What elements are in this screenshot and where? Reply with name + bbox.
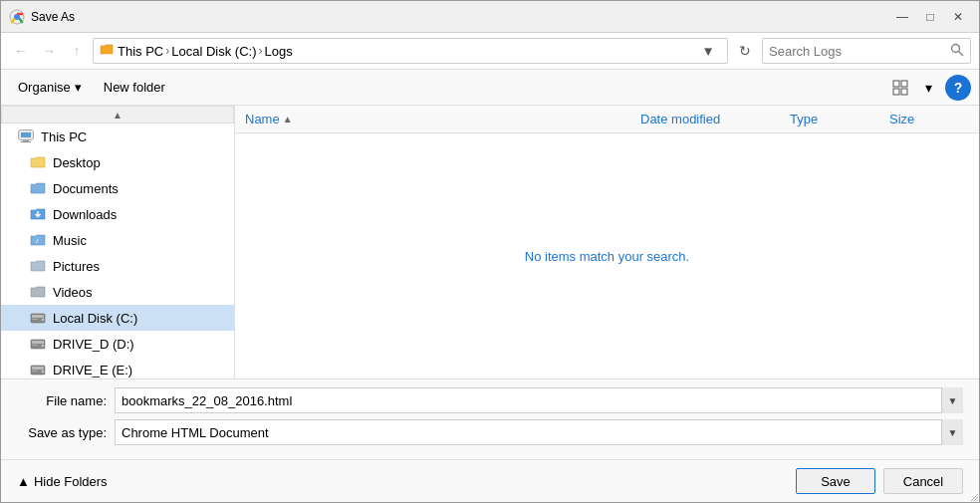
folder-icon-documents <box>29 179 47 197</box>
view-controls: ▾ <box>887 75 941 101</box>
search-box[interactable] <box>762 38 971 64</box>
local-disk-c-icon <box>29 309 47 327</box>
title-bar: Save As — □ ✕ <box>1 1 979 33</box>
svg-line-35 <box>977 500 978 501</box>
organise-label: Organise <box>18 80 71 95</box>
sidebar-item-drive-d[interactable]: DRIVE_D (D:) <box>1 331 234 357</box>
up-button[interactable]: ↑ <box>65 39 89 63</box>
filename-row: File name: ▼ <box>17 387 963 413</box>
sidebar-item-label-pictures: Pictures <box>53 259 100 274</box>
svg-rect-5 <box>901 81 907 87</box>
sidebar-item-label-desktop: Desktop <box>53 155 101 170</box>
sidebar-item-music[interactable]: ♪ Music <box>1 227 234 253</box>
sidebar-item-pictures[interactable]: Pictures <box>1 253 234 279</box>
view-grid-button[interactable] <box>887 75 913 101</box>
back-button[interactable]: ← <box>9 39 33 63</box>
music-icon: ♪ <box>29 231 47 249</box>
file-list-header: Name ▲ Date modified Type Size <box>235 106 979 133</box>
svg-point-20 <box>42 345 45 348</box>
new-folder-button[interactable]: New folder <box>95 76 174 99</box>
folder-icon-downloads <box>29 205 47 223</box>
no-items-message: No items match your search. <box>525 249 689 264</box>
pc-icon <box>17 127 35 145</box>
sidebar-item-drive-e[interactable]: DRIVE_E (E:) <box>1 357 234 378</box>
svg-text:♪: ♪ <box>35 236 39 245</box>
filetype-label: Save as type: <box>17 425 107 440</box>
organise-button[interactable]: Organise ▾ <box>9 76 91 99</box>
dialog-title: Save As <box>31 10 883 24</box>
refresh-button[interactable]: ↻ <box>732 38 758 64</box>
svg-rect-10 <box>21 132 31 137</box>
svg-line-3 <box>959 51 964 56</box>
cancel-button[interactable]: Cancel <box>883 468 963 494</box>
sidebar-item-label-music: Music <box>53 233 87 248</box>
svg-rect-7 <box>901 89 907 95</box>
search-icon <box>950 43 964 60</box>
organise-dropdown-icon: ▾ <box>75 80 82 95</box>
sidebar-scroll-up[interactable]: ▲ <box>1 106 234 124</box>
save-button[interactable]: Save <box>796 468 875 494</box>
new-folder-label: New folder <box>104 80 165 95</box>
path-part-1: Local Disk (C:) <box>171 44 256 59</box>
col-header-date[interactable]: Date modified <box>640 112 790 126</box>
sidebar-item-documents[interactable]: Documents <box>1 175 234 201</box>
filename-dropdown-button[interactable]: ▼ <box>941 387 963 413</box>
col-header-size[interactable]: Size <box>889 112 969 126</box>
chrome-icon <box>9 9 25 25</box>
maximize-button[interactable]: □ <box>917 7 943 27</box>
footer-row: ▲ Hide Folders Save Cancel <box>1 459 979 502</box>
address-bar-row: ← → ↑ This PC › Local Disk (C:) › Logs ▼… <box>1 33 979 70</box>
pictures-icon <box>29 257 47 275</box>
forward-button[interactable]: → <box>37 39 61 63</box>
sidebar-item-label-local-disk-c: Local Disk (C:) <box>53 311 137 326</box>
view-dropdown-button[interactable]: ▾ <box>915 75 941 101</box>
address-folder-icon <box>100 43 114 60</box>
svg-rect-17 <box>32 319 38 320</box>
main-content: ▲ This PC <box>1 106 979 378</box>
minimize-button[interactable]: — <box>889 7 915 27</box>
address-dropdown-button[interactable]: ▼ <box>695 39 721 63</box>
svg-rect-6 <box>893 89 899 95</box>
col-header-name[interactable]: Name ▲ <box>245 112 640 126</box>
close-button[interactable]: ✕ <box>945 7 971 27</box>
svg-rect-23 <box>32 367 44 370</box>
sort-arrow: ▲ <box>283 114 293 125</box>
svg-point-2 <box>952 44 960 52</box>
search-input[interactable] <box>769 44 946 59</box>
filename-label: File name: <box>17 393 107 408</box>
filetype-row: Save as type: ▼ <box>17 419 963 445</box>
sidebar-item-downloads[interactable]: Downloads <box>1 201 234 227</box>
file-list-body: No items match your search. <box>235 133 979 378</box>
filename-input[interactable] <box>115 387 963 413</box>
filetype-input[interactable] <box>115 419 963 445</box>
bottom-section: File name: ▼ Save as type: ▼ <box>1 378 979 459</box>
save-as-dialog: Save As — □ ✕ ← → ↑ This PC › Local Disk… <box>0 0 980 503</box>
svg-rect-25 <box>32 371 38 372</box>
sidebar-item-label-downloads: Downloads <box>53 207 117 222</box>
svg-rect-15 <box>32 315 44 318</box>
svg-rect-19 <box>32 341 44 344</box>
sidebar-item-label-drive-d: DRIVE_D (D:) <box>53 337 134 352</box>
col-header-type[interactable]: Type <box>790 112 889 126</box>
sidebar-item-this-pc[interactable]: This PC <box>1 124 234 149</box>
filetype-dropdown-button[interactable]: ▼ <box>941 419 963 445</box>
sidebar-item-label-videos: Videos <box>53 285 93 300</box>
hide-folders-button[interactable]: ▲ Hide Folders <box>17 474 108 489</box>
toolbar-row: Organise ▾ New folder ▾ ? <box>1 70 979 106</box>
help-button[interactable]: ? <box>945 75 971 101</box>
filetype-input-wrapper: ▼ <box>115 419 963 445</box>
filename-input-wrapper: ▼ <box>115 387 963 413</box>
svg-point-24 <box>42 371 45 374</box>
drive-e-icon <box>29 361 47 378</box>
path-part-2: Logs <box>264 44 292 59</box>
resize-handle[interactable] <box>967 490 979 502</box>
sidebar-item-label-documents: Documents <box>53 181 119 196</box>
videos-icon <box>29 283 47 301</box>
sidebar-item-local-disk-c[interactable]: Local Disk (C:) <box>1 305 234 331</box>
sidebar-item-desktop[interactable]: Desktop <box>1 149 234 175</box>
svg-rect-11 <box>23 139 29 141</box>
file-list: Name ▲ Date modified Type Size No items … <box>235 106 979 378</box>
sidebar-item-label-drive-e: DRIVE_E (E:) <box>53 363 132 377</box>
address-box[interactable]: This PC › Local Disk (C:) › Logs ▼ <box>93 38 728 64</box>
sidebar-item-videos[interactable]: Videos <box>1 279 234 305</box>
